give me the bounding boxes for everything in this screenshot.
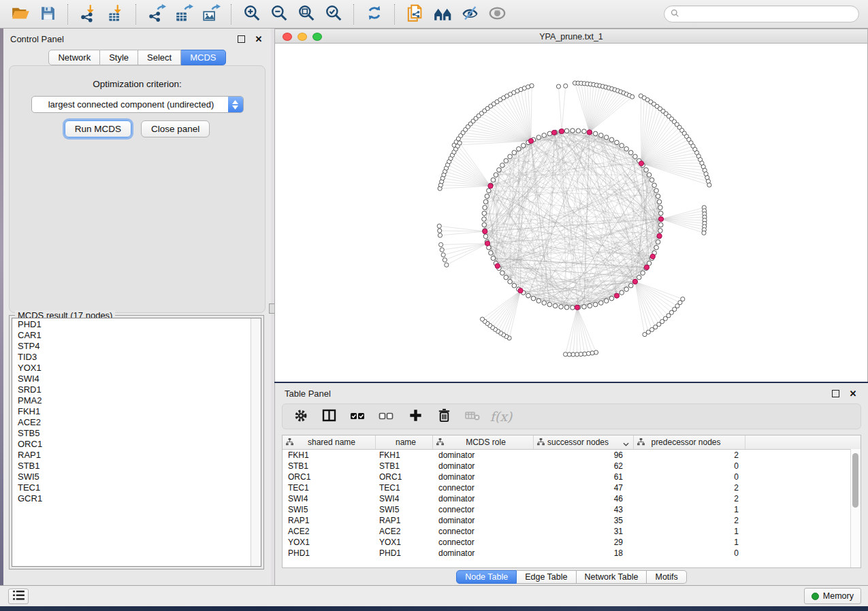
function-builder-button[interactable]: f(x) bbox=[488, 406, 514, 427]
table-settings-button[interactable] bbox=[288, 406, 314, 427]
zoom-out-button[interactable] bbox=[266, 2, 293, 27]
chevron-down-icon[interactable] bbox=[623, 439, 629, 448]
table-scrollbar-thumb[interactable] bbox=[852, 453, 858, 508]
list-icon bbox=[13, 591, 25, 602]
tab-select[interactable]: Select bbox=[138, 50, 181, 65]
mcds-result-item[interactable]: GCR1 bbox=[12, 493, 261, 503]
add-column-button[interactable] bbox=[402, 406, 428, 427]
table-tab-edge-table[interactable]: Edge Table bbox=[517, 570, 576, 584]
workspace-column: YPA_prune.txt_1 Table Panel ✕ bbox=[274, 29, 868, 585]
table-row[interactable]: TEC1TEC1connector472 bbox=[283, 482, 861, 493]
column-header-mcds-role[interactable]: MCDS role bbox=[433, 435, 534, 449]
mcds-result-item[interactable]: TEC1 bbox=[12, 482, 261, 493]
mcds-result-item[interactable]: SWI4 bbox=[12, 373, 261, 384]
mcds-result-list[interactable]: PHD1CAR1STP4TID3YOX1SWI4SRD1PMA2FKH1ACE2… bbox=[12, 318, 261, 567]
mcds-result-item[interactable]: YOX1 bbox=[12, 362, 261, 373]
mcds-options-panel: Optimization criterion: largest connecte… bbox=[9, 65, 266, 313]
run-mcds-button[interactable]: Run MCDS bbox=[65, 120, 131, 137]
mcds-result-item[interactable]: STP4 bbox=[12, 340, 261, 351]
table-row[interactable]: YOX1YOX1connector291 bbox=[283, 537, 861, 548]
table-row[interactable]: ACE2ACE2connector311 bbox=[283, 526, 861, 537]
selected-option-label: largest connected component (undirected) bbox=[37, 99, 225, 110]
mcds-list-scrollbar[interactable] bbox=[251, 318, 261, 566]
mcds-result-item[interactable]: CAR1 bbox=[12, 329, 261, 340]
search-input[interactable] bbox=[684, 8, 852, 20]
cell-predecessor-nodes: 2 bbox=[634, 494, 745, 503]
hide-graphics-button[interactable] bbox=[456, 2, 483, 27]
mcds-result-item[interactable]: PHD1 bbox=[12, 318, 261, 329]
mcds-result-item[interactable]: ORC1 bbox=[12, 438, 261, 449]
mcds-result-item[interactable]: SWI5 bbox=[12, 471, 261, 482]
zoom-fit-button[interactable] bbox=[293, 2, 320, 27]
network-window-titlebar[interactable]: YPA_prune.txt_1 bbox=[274, 29, 868, 44]
close-panel-button[interactable]: ✕ bbox=[253, 33, 264, 44]
close-mcds-panel-button[interactable]: Close panel bbox=[141, 120, 210, 137]
mcds-result-item[interactable]: RAP1 bbox=[12, 449, 261, 460]
table-row[interactable]: SWI5SWI5connector431 bbox=[283, 504, 861, 515]
table-row[interactable]: SWI4SWI4dominator462 bbox=[283, 493, 861, 504]
save-icon bbox=[39, 5, 57, 24]
mcds-result-item[interactable]: SRD1 bbox=[12, 384, 261, 395]
table-scrollbar[interactable] bbox=[850, 449, 861, 567]
mcds-result-item[interactable]: STB1 bbox=[12, 460, 261, 471]
table-tab-network-table[interactable]: Network Table bbox=[577, 570, 647, 584]
search-icon bbox=[671, 8, 679, 20]
tab-style[interactable]: Style bbox=[100, 50, 138, 65]
memory-button[interactable]: Memory bbox=[804, 588, 861, 604]
export-table-button[interactable] bbox=[170, 2, 197, 27]
network-view[interactable] bbox=[274, 44, 868, 382]
column-header-shared-name[interactable]: shared name bbox=[283, 435, 376, 449]
table-tab-motifs[interactable]: Motifs bbox=[647, 570, 686, 584]
mcds-result-item[interactable]: PMA2 bbox=[12, 395, 261, 406]
mcds-result-item[interactable]: TID3 bbox=[12, 351, 261, 362]
import-table-button[interactable] bbox=[102, 2, 129, 27]
import-network-button[interactable] bbox=[75, 2, 102, 27]
cell-shared-name: ORC1 bbox=[283, 472, 376, 482]
cell-predecessor-nodes: 1 bbox=[634, 505, 745, 514]
table-tab-node-table[interactable]: Node Table bbox=[456, 570, 517, 584]
export-image-button[interactable] bbox=[197, 2, 225, 27]
tab-mcds[interactable]: MCDS bbox=[181, 50, 225, 65]
network-graph[interactable] bbox=[275, 44, 867, 380]
table-row[interactable]: PHD1PHD1dominator180 bbox=[283, 548, 861, 559]
task-history-button[interactable] bbox=[8, 589, 29, 604]
table-row[interactable]: FKH1FKH1dominator962 bbox=[283, 450, 861, 461]
optimization-criterion-select[interactable]: largest connected component (undirected) bbox=[31, 96, 244, 113]
close-table-panel-button[interactable]: ✕ bbox=[848, 388, 858, 399]
zoom-out-icon bbox=[270, 4, 288, 24]
column-header-name[interactable]: name bbox=[376, 435, 433, 449]
column-header-successor-nodes[interactable]: successor nodes bbox=[534, 435, 634, 449]
show-graphics-button[interactable] bbox=[483, 2, 511, 27]
float-panel-button[interactable] bbox=[236, 33, 246, 44]
delete-column-button[interactable] bbox=[431, 406, 457, 427]
node-table-header: shared namenameMCDS rolesuccessor nodesp… bbox=[283, 435, 861, 450]
cell-successor-nodes: 35 bbox=[534, 516, 634, 525]
export-network-button[interactable] bbox=[143, 2, 170, 27]
find-button[interactable] bbox=[429, 2, 456, 27]
search-field[interactable] bbox=[664, 5, 859, 22]
float-table-panel-button[interactable] bbox=[830, 388, 841, 399]
open-file-button[interactable] bbox=[7, 2, 34, 27]
zoom-selected-button[interactable] bbox=[320, 2, 347, 27]
network-document-icon bbox=[406, 4, 425, 24]
function-icon: f(x) bbox=[490, 409, 513, 424]
delete-table-button[interactable] bbox=[460, 406, 485, 427]
mcds-result-item[interactable]: FKH1 bbox=[12, 406, 261, 416]
tab-network[interactable]: Network bbox=[48, 50, 100, 65]
duplicate-network-button[interactable] bbox=[402, 2, 429, 27]
table-row[interactable]: ORC1ORC1dominator610 bbox=[283, 472, 861, 482]
cell-name: FKH1 bbox=[376, 450, 433, 460]
save-session-button[interactable] bbox=[34, 2, 61, 27]
refresh-button[interactable] bbox=[361, 2, 388, 27]
column-header-predecessor-nodes[interactable]: predecessor nodes bbox=[634, 435, 745, 449]
mcds-result-item[interactable]: ACE2 bbox=[12, 416, 261, 427]
select-all-columns-button[interactable] bbox=[345, 406, 371, 427]
show-columns-button[interactable] bbox=[317, 406, 342, 427]
zoom-in-button[interactable] bbox=[238, 2, 266, 27]
mcds-result-item[interactable]: STB5 bbox=[12, 427, 261, 438]
table-row[interactable]: RAP1RAP1dominator352 bbox=[283, 515, 861, 526]
deselect-all-columns-button[interactable] bbox=[374, 406, 400, 427]
table-row[interactable]: STB1STB1dominator620 bbox=[283, 461, 861, 472]
zoom-in-icon bbox=[243, 4, 261, 24]
cell-mcds-role: connector bbox=[433, 483, 534, 493]
